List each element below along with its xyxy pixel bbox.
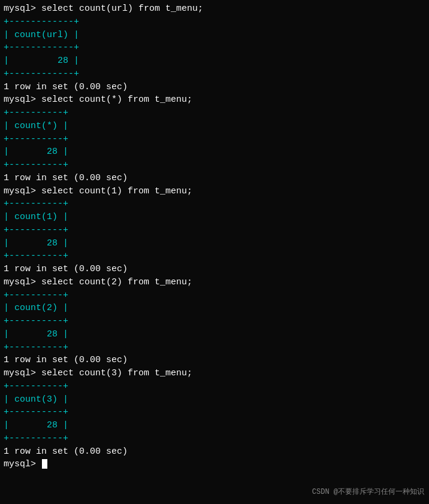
table-line-5-4: +----------+ — [4, 432, 425, 445]
table-line-4-2: +----------+ — [4, 315, 425, 328]
table-line-1-1: | count(url) | — [4, 29, 425, 42]
table-line-3-2: +----------+ — [4, 224, 425, 237]
table-line-4-0: +----------+ — [4, 289, 425, 302]
table-line-4-4: +----------+ — [4, 341, 425, 354]
watermark: CSDN @不要排斥学习任何一种知识 — [312, 487, 424, 497]
table-line-3-4: +----------+ — [4, 250, 425, 263]
table-line-1-0: +------------+ — [4, 16, 425, 29]
table-line-2-3: | 28 | — [4, 145, 425, 159]
table-line-5-2: +----------+ — [4, 406, 425, 419]
table-line-5-0: +----------+ — [4, 380, 425, 393]
result-line-4: 1 row in set (0.00 sec) — [4, 354, 425, 367]
result-line-5: 1 row in set (0.00 sec) — [4, 445, 425, 459]
command-line-1: mysql> select count(url) from t_menu; — [4, 2, 425, 16]
table-line-3-1: | count(1) | — [4, 211, 425, 224]
table-line-3-0: +----------+ — [4, 198, 425, 211]
terminal-window: mysql> select count(url) from t_menu; +-… — [0, 0, 429, 473]
command-line-3: mysql> select count(1) from t_menu; — [4, 185, 425, 198]
table-line-2-4: +----------+ — [4, 159, 425, 172]
table-line-4-3: | 28 | — [4, 328, 425, 341]
result-line-2: 1 row in set (0.00 sec) — [4, 172, 425, 185]
table-line-1-2: +------------+ — [4, 41, 425, 54]
result-line-3: 1 row in set (0.00 sec) — [4, 263, 425, 276]
result-line-1: 1 row in set (0.00 sec) — [4, 81, 425, 94]
table-line-2-0: +----------+ — [4, 107, 425, 120]
table-line-2-2: +----------+ — [4, 133, 425, 146]
table-line-2-1: | count(*) | — [4, 120, 425, 133]
command-line-5: mysql> select count(3) from t_menu; — [4, 367, 425, 380]
table-line-1-4: +------------+ — [4, 68, 425, 81]
table-line-5-3: | 28 | — [4, 419, 425, 432]
table-line-3-3: | 28 | — [4, 237, 425, 250]
table-line-4-1: | count(2) | — [4, 302, 425, 315]
table-line-1-3: | 28 | — [4, 54, 425, 68]
final-prompt-line[interactable]: mysql> — [4, 458, 425, 471]
terminal-cursor — [42, 459, 47, 469]
table-line-5-1: | count(3) | — [4, 393, 425, 406]
command-line-2: mysql> select count(*) from t_menu; — [4, 93, 425, 107]
command-line-4: mysql> select count(2) from t_menu; — [4, 276, 425, 289]
